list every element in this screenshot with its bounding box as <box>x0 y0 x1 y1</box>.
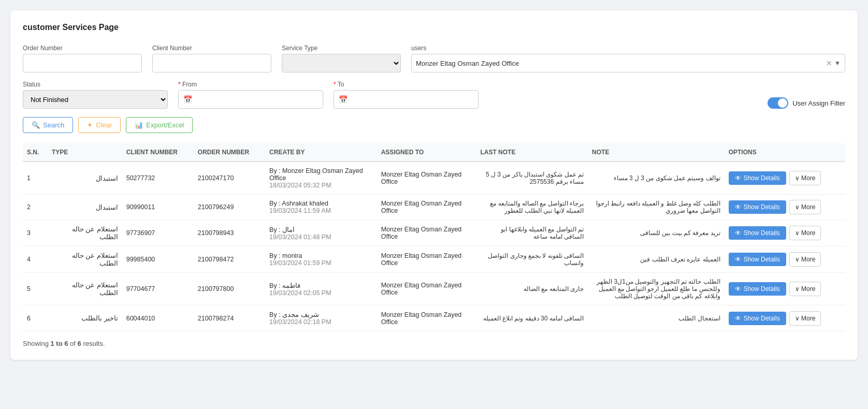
users-label: users <box>411 45 845 52</box>
col-header-lastnote: LAST NOTE <box>476 143 588 162</box>
search-icon: 🔍 <box>32 121 40 129</box>
cell-client: 97736907 <box>122 220 194 246</box>
eye-icon: 👁 <box>735 285 741 293</box>
cell-options: 👁 Show Details ∨ More <box>725 273 845 305</box>
col-header-sn: S.N. <box>23 143 48 162</box>
cell-type: استعلام عن حاله الطلب <box>48 246 122 273</box>
show-details-button[interactable]: 👁 Show Details <box>729 200 786 214</box>
toggle-label: User Assign Filter <box>792 99 845 107</box>
cell-assigned: Monzer Eltag Osman Zayed Office <box>377 305 476 331</box>
users-clear-icon[interactable]: ✕ <box>826 59 832 67</box>
col-header-client: CLIENT NUMBER <box>122 143 194 162</box>
from-date-input[interactable] <box>178 90 323 109</box>
client-number-label: Client Number <box>152 45 271 52</box>
show-details-button[interactable]: 👁 Show Details <box>729 171 786 185</box>
cell-sn: 1 <box>23 162 48 195</box>
cell-order: 2100247170 <box>194 162 265 195</box>
cell-sn: 2 <box>23 195 48 220</box>
users-select-wrapper[interactable]: Monzer Eltag Osman Zayed Office ✕ ▼ <box>411 54 845 72</box>
cell-client: 60044010 <box>122 305 194 331</box>
to-label: * To <box>334 81 479 88</box>
col-header-createby: CREATE BY <box>265 143 377 162</box>
cell-assigned: Monzer Eltag Osman Zayed Office <box>377 246 476 273</box>
col-header-note: NOTE <box>588 143 725 162</box>
more-button[interactable]: ∨ More <box>789 311 821 326</box>
cell-note: العميله عايره تعرف الطلب فين <box>588 246 725 273</box>
search-button[interactable]: 🔍 Search <box>23 117 73 133</box>
cell-createby: By : امال 19/03/2024 01:48 PM <box>265 220 377 246</box>
cell-options: 👁 Show Details ∨ More <box>725 305 845 331</box>
users-dropdown-arrow: ▼ <box>834 60 841 67</box>
client-number-input[interactable] <box>152 54 271 72</box>
service-type-select[interactable] <box>282 54 401 72</box>
cell-note: استعجال الطلب <box>588 305 725 331</box>
cell-createby: By : Ashrakat khaled 19/03/2024 11:59 AM <box>265 195 377 220</box>
cell-order: 2100798943 <box>194 220 265 246</box>
col-header-assigned: ASSIGNED TO <box>377 143 476 162</box>
cell-createby: By : فاطمه 19/03/2024 02:05 PM <box>265 273 377 305</box>
cell-lastnote: الساقى تلفونه لا بجمع وجارى التواصل وانس… <box>476 246 588 273</box>
cell-note: تريد معرفة كم بيت بين للساقى <box>588 220 725 246</box>
cell-options: 👁 Show Details ∨ More <box>725 162 845 195</box>
results-table: S.N. TYPE CLIENT NUMBER ORDER NUMBER CRE… <box>23 143 845 331</box>
cell-order: 2100796249 <box>194 195 265 220</box>
cell-client: 99985400 <box>122 246 194 273</box>
export-icon: 📊 <box>135 121 143 129</box>
show-details-button[interactable]: 👁 Show Details <box>729 312 786 325</box>
cell-note: الطلب حالته تم التجهيز والتوصيل من1ل3 ال… <box>588 273 725 305</box>
show-details-button[interactable]: 👁 Show Details <box>729 282 786 296</box>
cell-options: 👁 Show Details ∨ More <box>725 246 845 273</box>
cell-type: استعلام عن حاله الطلب <box>48 220 122 246</box>
cell-client: 50277732 <box>122 162 194 195</box>
status-label: Status <box>23 81 168 88</box>
show-details-button[interactable]: 👁 Show Details <box>729 253 786 266</box>
table-row: 3 استعلام عن حاله الطلب 97736907 2100798… <box>23 220 845 246</box>
table-row: 1 استبدال 50277732 2100247170 By : Monze… <box>23 162 845 195</box>
cell-options: 👁 Show Details ∨ More <box>725 220 845 246</box>
col-header-order: ORDER NUMBER <box>194 143 265 162</box>
status-select[interactable]: Not Finished Finished <box>23 90 168 109</box>
cell-assigned: Monzer Eltag Osman Zayed Office <box>377 273 476 305</box>
more-button[interactable]: ∨ More <box>789 252 821 267</box>
eye-icon: 👁 <box>735 203 741 211</box>
from-label: * From <box>178 81 323 88</box>
cell-options: 👁 Show Details ∨ More <box>725 195 845 220</box>
cell-order: 2100797800 <box>194 273 265 305</box>
cell-order: 2100798472 <box>194 246 265 273</box>
eye-icon: 👁 <box>735 256 741 263</box>
cell-lastnote: تم عمل شكوى استبدال باكر من 3 ل 5 مساء ب… <box>476 162 588 195</box>
service-type-label: Service Type <box>282 45 401 52</box>
table-row: 5 استعلام عن حاله الطلب 97704677 2100797… <box>23 273 845 305</box>
order-number-input[interactable] <box>23 54 142 72</box>
cell-type: استبدال <box>48 195 122 220</box>
cell-lastnote: جارى المتابعه مع الصاله <box>476 273 588 305</box>
cell-type: تاخير بالطلب <box>48 305 122 331</box>
from-calendar-icon: 📅 <box>183 95 192 104</box>
cell-sn: 5 <box>23 273 48 305</box>
order-number-label: Order Number <box>23 45 142 52</box>
col-header-options: OPTIONS <box>725 143 845 162</box>
clear-icon: ✦ <box>87 121 93 129</box>
cell-client: 97704677 <box>122 273 194 305</box>
more-button[interactable]: ∨ More <box>789 171 821 185</box>
col-header-type: TYPE <box>48 143 122 162</box>
cell-assigned: Monzer Eltag Osman Zayed Office <box>377 195 476 220</box>
users-value: Monzer Eltag Osman Zayed Office <box>416 60 826 67</box>
more-button[interactable]: ∨ More <box>789 282 821 296</box>
show-details-button[interactable]: 👁 Show Details <box>729 226 786 240</box>
more-button[interactable]: ∨ More <box>789 226 821 240</box>
cell-createby: By : monira 19/03/2024 01:59 PM <box>265 246 377 273</box>
to-calendar-icon: 📅 <box>339 95 348 104</box>
eye-icon: 👁 <box>735 315 741 322</box>
cell-sn: 4 <box>23 246 48 273</box>
user-assign-filter-toggle[interactable] <box>768 97 788 109</box>
clear-button[interactable]: ✦ Clear <box>78 117 121 133</box>
to-date-input[interactable] <box>334 90 479 109</box>
more-button[interactable]: ∨ More <box>789 200 821 214</box>
cell-sn: 3 <box>23 220 48 246</box>
cell-note: الطلب كله وصل غلط و العميله دافعه رانبط … <box>588 195 725 220</box>
export-button[interactable]: 📊 Export/Excel <box>126 117 193 133</box>
pagination-info: Showing 1 to 6 of 6 results. <box>23 340 845 347</box>
cell-lastnote: الساقى امامه 30 دقيقه وتم ابلاغ العميله <box>476 305 588 331</box>
eye-icon: 👁 <box>735 229 741 237</box>
